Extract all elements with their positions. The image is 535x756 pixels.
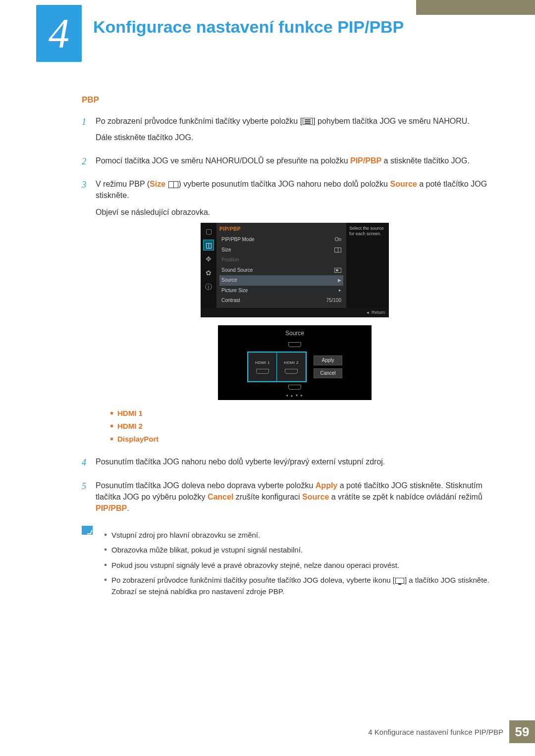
page-footer: 4 Konfigurace nastavení funkce PIP/PBP 5… — [368, 720, 535, 743]
text: ] pohybem tlačítka JOG ve směru NAHORU. — [313, 117, 470, 125]
note-item: Pokud jsou vstupní signály levé a pravé … — [105, 559, 494, 571]
cancel-button: Cancel — [314, 368, 342, 378]
source-options: HDMI 1 HDMI 2 DisplayPort — [110, 408, 494, 444]
source-hdmi1: HDMI 1 — [110, 408, 494, 419]
text: V režimu PBP ( — [96, 180, 150, 188]
text: Posunutím tlačítka JOG doleva nebo dopra… — [96, 481, 316, 490]
page-number: 59 — [509, 720, 535, 743]
step-number: 3 — [82, 178, 96, 449]
apply-button: Apply — [314, 355, 342, 365]
port-icon — [256, 369, 269, 374]
source-left: HDMI 1 — [248, 353, 277, 381]
chapter-number: 4 — [49, 13, 69, 54]
note-item: Vstupní zdroj pro hlavní obrazovku se zm… — [105, 529, 494, 541]
text: Posunutím tlačítka JOG nahoru nebo dolů … — [96, 456, 494, 467]
osd-row-source: Source▶ — [219, 275, 343, 286]
osd-row-picturesize: Picture Size▸ — [219, 286, 343, 296]
text: Objeví se následující obrazovka. — [96, 206, 494, 218]
arrow-right-icon: ▶ — [338, 277, 341, 284]
text: Pomocí tlačítka JOG ve směru NAHORU/DOLŮ… — [96, 156, 350, 165]
port-icon — [288, 342, 301, 347]
osd2-title: Source — [223, 328, 367, 341]
osd-row-sound: Sound Source — [219, 265, 343, 276]
text: ) vyberte posunutím tlačítka JOG nahoru … — [179, 180, 390, 188]
osd-title: PIP/PBP — [219, 225, 343, 235]
chapter-title: Konfigurace nastavení funkce PIP/PBP — [93, 17, 404, 37]
osd-row-position: Position — [219, 255, 343, 265]
footer-text: 4 Konfigurace nastavení funkce PIP/PBP — [368, 728, 509, 736]
keyword: PIP/PBP — [96, 504, 127, 512]
keyword: Source — [302, 493, 329, 501]
keyword: Size — [150, 180, 165, 188]
step-4: Posunutím tlačítka JOG nahoru nebo dolů … — [96, 456, 494, 472]
chapter-badge: 4 — [36, 5, 82, 62]
text: Dále stiskněte tlačítko JOG. — [96, 132, 494, 143]
keyword: Apply — [316, 481, 337, 490]
osd-sidebar: ▢ ◫ ✥ ✿ ⓘ — [201, 223, 216, 308]
note-block: Vstupní zdroj pro hlavní obrazovku se zm… — [82, 526, 494, 601]
menu-icon — [303, 118, 313, 125]
info-icon: ⓘ — [203, 281, 214, 292]
display-icon: ✥ — [203, 253, 214, 264]
note-item: Po zobrazení průvodce funkčními tlačítky… — [105, 574, 494, 598]
source-displayport: DisplayPort — [110, 434, 494, 445]
step-2: Pomocí tlačítka JOG ve směru NAHORU/DOLŮ… — [96, 155, 494, 171]
source-selector: HDMI 1 HDMI 2 — [247, 352, 307, 382]
top-stripe — [416, 0, 535, 15]
step-list: 1 Po zobrazení průvodce funkčními tlačít… — [82, 115, 494, 519]
osd-main: PIP/PBP PIP/PBP ModeOn Size Position Sou… — [216, 223, 346, 308]
content-body: PBP 1 Po zobrazení průvodce funkčními tl… — [82, 94, 494, 601]
step-number: 1 — [82, 115, 96, 148]
keyword: PIP/PBP — [350, 156, 381, 165]
source-right: HDMI 2 — [277, 353, 306, 381]
sound-icon — [334, 268, 341, 273]
arrow-right-icon: ▸ — [339, 287, 341, 294]
note-item: Obrazovka může blikat, pokud je vstupní … — [105, 544, 494, 555]
nav-arrows-icon: ◂ ▴ ▾ ▸ — [286, 393, 304, 399]
osd-row-mode: PIP/PBP ModeOn — [219, 235, 343, 245]
text: a vrátíte se zpět k nabídce ovládání rež… — [329, 493, 482, 501]
osd-screenshot-2: Source HDMI 1 HDMI 2 Apply Cancel — [96, 325, 494, 400]
osd-row-contrast: Contrast75/100 — [219, 296, 343, 306]
osd-help: Select the source for each screen. — [346, 223, 389, 308]
osd-screenshot-1: ▢ ◫ ✥ ✿ ⓘ PIP/PBP PIP/PBP ModeOn Size Po… — [96, 223, 494, 317]
port-icon — [285, 369, 298, 374]
settings-icon: ✿ — [203, 267, 214, 278]
step-3: V režimu PBP (Size ) vyberte posunutím t… — [96, 178, 494, 449]
text: Po zobrazení průvodce funkčními tlačítky… — [96, 117, 302, 125]
source-hdmi2: HDMI 2 — [110, 421, 494, 432]
osd-row-size: Size — [219, 245, 343, 255]
picture-icon: ▢ — [203, 226, 214, 237]
note-icon — [82, 526, 93, 535]
keyword: Source — [390, 180, 417, 188]
pip-pbp-icon: ◫ — [203, 240, 214, 251]
osd-footer: ◂ Return — [201, 308, 389, 317]
text: . — [127, 504, 129, 512]
step-5: Posunutím tlačítka JOG doleva nebo dopra… — [96, 480, 494, 519]
step-number: 5 — [82, 480, 96, 519]
keyword: Cancel — [208, 493, 233, 501]
section-heading: PBP — [82, 94, 494, 106]
step-number: 4 — [82, 456, 96, 472]
step-1: Po zobrazení průvodce funkčními tlačítky… — [96, 115, 494, 148]
step-number: 2 — [82, 155, 96, 171]
text: a stiskněte tlačítko JOG. — [381, 156, 470, 165]
note-list: Vstupní zdroj pro hlavní obrazovku se zm… — [105, 526, 494, 601]
text: zrušíte konfiguraci — [233, 493, 302, 501]
monitor-icon — [395, 578, 404, 584]
port-icon — [288, 385, 301, 390]
size-icon — [334, 248, 341, 252]
pbp-split-icon — [168, 181, 178, 188]
